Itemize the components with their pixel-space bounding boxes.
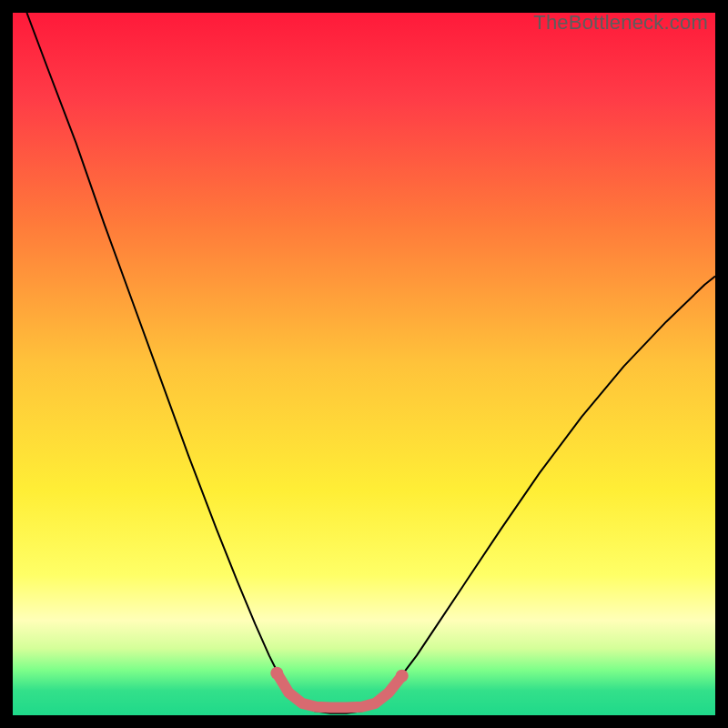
chart-svg: [13, 13, 715, 715]
highlight-endpoint-marker: [270, 667, 283, 680]
chart-background: [13, 13, 715, 715]
highlight-endpoint-marker: [396, 670, 409, 682]
chart-frame: TheBottleneck.com: [0, 0, 728, 728]
chart-plot-area: [13, 13, 715, 715]
watermark-text: TheBottleneck.com: [533, 11, 708, 35]
